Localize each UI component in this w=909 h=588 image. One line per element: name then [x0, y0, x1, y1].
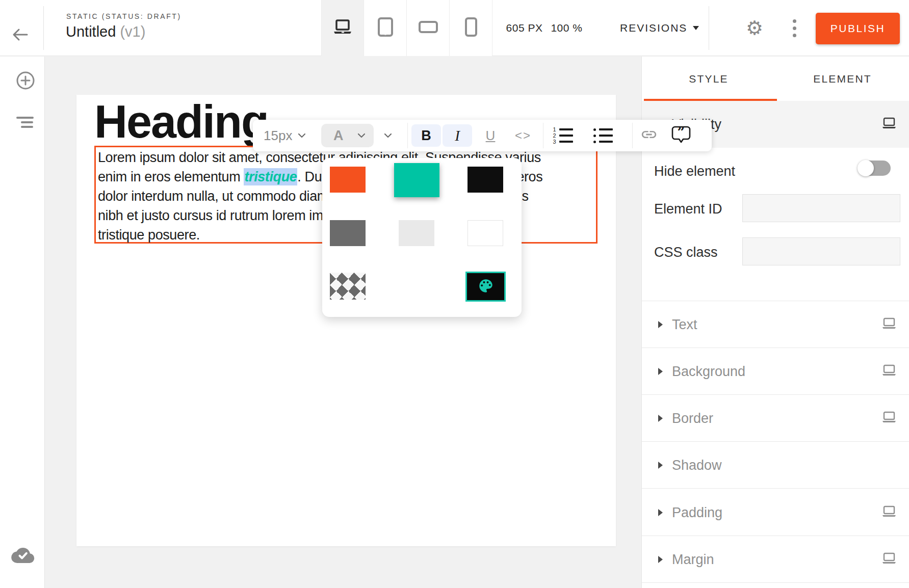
heading-text[interactable]: Heading: [94, 99, 268, 145]
color-swatch-transparent[interactable]: [330, 273, 366, 300]
left-sidebar: [0, 57, 45, 588]
doc-status-label: STATIC (STATUS: DRAFT): [66, 12, 181, 20]
css-class-input[interactable]: [742, 237, 900, 265]
accordion-label: Shadow: [672, 442, 722, 489]
color-swatch-white[interactable]: [468, 220, 503, 246]
saved-cloud-check-icon: [11, 547, 35, 566]
palette-icon: [477, 277, 495, 297]
back-arrow-icon[interactable]: [10, 25, 33, 46]
text-color-label: A: [333, 128, 344, 144]
device-tablet-button[interactable]: [364, 0, 407, 56]
phone-icon: [464, 17, 478, 39]
link-button[interactable]: [640, 120, 658, 151]
layers-tree-icon[interactable]: [16, 117, 34, 128]
divider: [632, 123, 633, 148]
italic-button[interactable]: I: [443, 124, 472, 147]
bold-button[interactable]: B: [411, 124, 441, 147]
paragraph-segment: enim in eros elementum: [98, 169, 244, 184]
laptop-icon: [881, 364, 897, 379]
device-landscape-button[interactable]: [407, 0, 450, 56]
accordion-border[interactable]: Border: [642, 395, 909, 442]
underline-button[interactable]: U: [478, 124, 503, 147]
css-class-row: CSS class: [654, 237, 897, 266]
toggle-knob: [858, 160, 874, 176]
tab-element[interactable]: ELEMENT: [775, 57, 909, 101]
caret-right-icon: [658, 462, 663, 469]
accordion-shadow[interactable]: Shadow: [642, 442, 909, 489]
canvas-size-indicator: 605 PX 100 %: [497, 0, 591, 56]
caret-down-icon: [693, 26, 699, 30]
ordered-list-button[interactable]: 1 2 3: [553, 127, 573, 144]
settings-gear-icon[interactable]: ⚙: [743, 0, 766, 56]
doc-title: Untitled (v1): [66, 23, 145, 40]
highlight-color-dropdown[interactable]: [384, 120, 392, 151]
add-element-icon[interactable]: [16, 71, 35, 92]
text-color-dropdown-open[interactable]: A: [321, 124, 374, 147]
top-bar: STATIC (STATUS: DRAFT) Untitled (v1): [0, 0, 909, 56]
caret-right-icon: [658, 321, 663, 328]
color-swatch-black[interactable]: [468, 167, 503, 193]
css-class-label: CSS class: [654, 245, 718, 260]
quote-bubble-icon: ”: [670, 123, 692, 148]
element-id-row: Element ID: [654, 194, 897, 223]
accordion-label: Border: [672, 395, 713, 442]
caret-right-icon: [658, 415, 663, 422]
kebab-menu-icon[interactable]: [785, 0, 803, 56]
custom-color-button[interactable]: [465, 272, 506, 302]
element-id-input[interactable]: [742, 194, 900, 222]
canvas-width-value: 605 PX: [506, 22, 543, 34]
color-swatch-teal-selected[interactable]: [394, 163, 439, 197]
panel-tabs: STYLE ELEMENT: [642, 57, 909, 101]
publish-button[interactable]: PUBLISH: [816, 13, 900, 44]
divider: [43, 6, 44, 50]
hide-element-row: Hide element: [654, 156, 897, 187]
caret-right-icon: [658, 556, 663, 563]
device-phone-button[interactable]: [450, 0, 492, 56]
hide-element-label: Hide element: [654, 164, 735, 179]
styled-word: tristique: [244, 169, 297, 184]
accordion-label: Padding: [672, 489, 722, 536]
font-size-value[interactable]: 15px: [264, 120, 292, 151]
rich-text-toolbar: 15px A B I U <> 1 2 3: [253, 120, 712, 151]
color-swatch-dark-gray[interactable]: [330, 220, 366, 246]
svg-text:”: ”: [678, 124, 685, 140]
revisions-label: REVISIONS: [620, 22, 687, 34]
laptop-icon: [881, 505, 897, 520]
accordion-label: Background: [672, 348, 745, 395]
font-size-dropdown[interactable]: [298, 120, 306, 151]
code-button[interactable]: <>: [509, 124, 537, 147]
tab-style[interactable]: STYLE: [642, 57, 775, 101]
page-builder-app: STATIC (STATUS: DRAFT) Untitled (v1): [0, 0, 909, 588]
divider: [407, 123, 408, 148]
accordion-padding[interactable]: Padding: [642, 489, 909, 536]
bullet-list-button[interactable]: [593, 127, 613, 144]
tablet-icon: [377, 17, 394, 39]
quote-button[interactable]: ”: [670, 120, 692, 151]
accordion-label: Margin: [672, 536, 714, 583]
accordion-margin[interactable]: Margin: [642, 536, 909, 583]
caret-right-icon: [658, 368, 663, 375]
color-swatch-orange[interactable]: [330, 167, 366, 193]
accordion-background[interactable]: Background: [642, 348, 909, 395]
doc-version: (v1): [120, 23, 145, 40]
doc-title-text: Untitled: [66, 23, 116, 40]
divider: [709, 6, 709, 50]
chevron-down-icon: [357, 131, 366, 140]
color-picker-popover: [322, 158, 522, 317]
text-selection-highlight: tristique: [244, 168, 297, 185]
laptop-icon: [881, 411, 897, 425]
device-desktop-button[interactable]: [321, 0, 364, 56]
laptop-icon: [881, 117, 897, 131]
revisions-dropdown[interactable]: REVISIONS: [620, 0, 699, 56]
accordion-text[interactable]: Text: [642, 301, 909, 348]
phone-landscape-icon: [418, 20, 438, 36]
hide-element-toggle[interactable]: [859, 161, 891, 176]
device-preview-group: [321, 0, 492, 56]
element-id-label: Element ID: [654, 201, 722, 217]
color-swatch-light-gray[interactable]: [399, 220, 434, 246]
laptop-icon: [332, 19, 353, 37]
laptop-icon: [881, 552, 897, 567]
link-icon: [640, 126, 658, 145]
canvas-zoom-value: 100 %: [551, 22, 582, 34]
caret-right-icon: [658, 509, 663, 516]
